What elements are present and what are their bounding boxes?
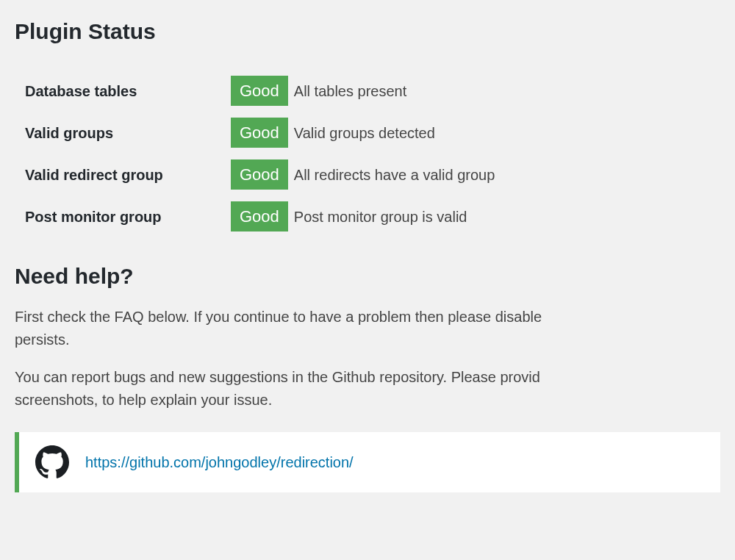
status-label: Valid redirect group (25, 154, 231, 195)
help-text-line: persists. (15, 331, 69, 348)
plugin-status-heading: Plugin Status (15, 15, 720, 48)
status-desc: Valid groups detected (294, 112, 501, 154)
table-row: Valid redirect group Good All redirects … (25, 154, 501, 195)
status-label: Post monitor group (25, 195, 231, 237)
status-label: Database tables (25, 70, 231, 112)
status-table: Database tables Good All tables present … (25, 70, 501, 237)
status-badge-cell: Good (231, 154, 294, 195)
status-desc: All redirects have a valid group (294, 154, 501, 195)
table-row: Post monitor group Good Post monitor gro… (25, 195, 501, 237)
github-link[interactable]: https://github.com/johngodley/redirectio… (85, 451, 354, 473)
help-paragraph-1: First check the FAQ below. If you contin… (15, 306, 720, 351)
status-badge-cell: Good (231, 195, 294, 237)
status-badge: Good (231, 118, 288, 148)
status-label: Valid groups (25, 112, 231, 154)
status-desc: Post monitor group is valid (294, 195, 501, 237)
status-desc: All tables present (294, 70, 501, 112)
need-help-heading: Need help? (15, 259, 720, 292)
table-row: Database tables Good All tables present (25, 70, 501, 112)
help-text-line: You can report bugs and new suggestions … (15, 369, 540, 385)
status-badge-cell: Good (231, 70, 294, 112)
table-row: Valid groups Good Valid groups detected (25, 112, 501, 154)
github-box: https://github.com/johngodley/redirectio… (15, 432, 720, 492)
help-paragraph-2: You can report bugs and new suggestions … (15, 366, 720, 412)
help-text-line: First check the FAQ below. If you contin… (15, 309, 542, 325)
status-badge-cell: Good (231, 112, 294, 154)
status-badge: Good (231, 201, 288, 231)
github-icon (35, 445, 69, 479)
status-badge: Good (231, 76, 288, 106)
status-badge: Good (231, 159, 288, 190)
help-text-line: screenshots, to help explain your issue. (15, 392, 272, 408)
